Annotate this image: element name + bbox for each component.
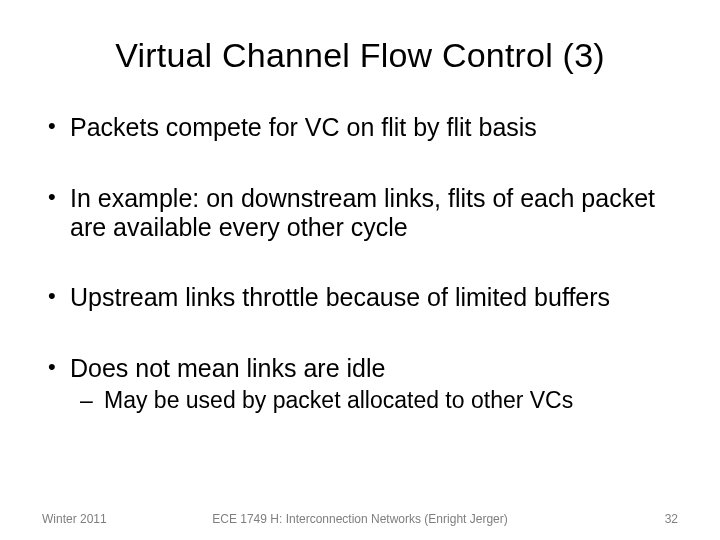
slide-footer: Winter 2011 ECE 1749 H: Interconnection … <box>0 512 720 526</box>
slide: Virtual Channel Flow Control (3) Packets… <box>0 0 720 540</box>
footer-left: Winter 2011 <box>42 512 107 526</box>
sub-bullet-item: May be used by packet allocated to other… <box>74 387 678 415</box>
bullet-text: Does not mean links are idle <box>70 354 385 382</box>
footer-center: ECE 1749 H: Interconnection Networks (En… <box>212 512 507 526</box>
sub-bullet-text: May be used by packet allocated to other… <box>104 387 573 413</box>
bullet-item: Does not mean links are idle May be used… <box>42 354 678 414</box>
bullet-item: In example: on downstream links, flits o… <box>42 184 678 242</box>
bullet-text: In example: on downstream links, flits o… <box>70 184 655 241</box>
bullet-text: Upstream links throttle because of limit… <box>70 283 610 311</box>
bullet-item: Packets compete for VC on flit by flit b… <box>42 113 678 142</box>
bullet-text: Packets compete for VC on flit by flit b… <box>70 113 537 141</box>
footer-right: 32 <box>665 512 678 526</box>
slide-title: Virtual Channel Flow Control (3) <box>42 36 678 75</box>
bullet-list: Packets compete for VC on flit by flit b… <box>42 113 678 414</box>
bullet-item: Upstream links throttle because of limit… <box>42 283 678 312</box>
sub-bullet-list: May be used by packet allocated to other… <box>70 387 678 415</box>
